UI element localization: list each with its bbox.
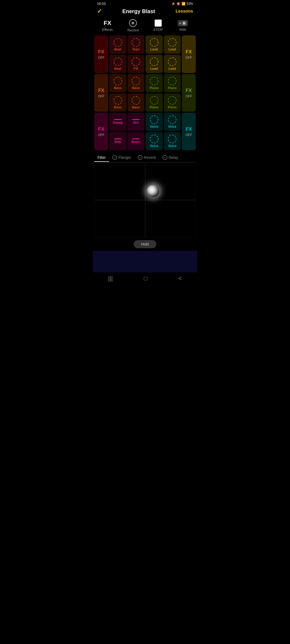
pad-bass-1-label: Bass bbox=[114, 86, 122, 90]
pad-brass[interactable]: Brass bbox=[128, 132, 145, 150]
battery: 53% bbox=[187, 2, 193, 6]
pad-lead-1-label: Lead bbox=[150, 47, 158, 51]
pads-row-1: FX OFF Beat Beat Tops Fill bbox=[94, 35, 196, 73]
pad-beat-top[interactable]: Beat bbox=[109, 35, 126, 54]
fx-right-1-label: FX bbox=[186, 49, 192, 55]
pad-voice-4[interactable]: Voice bbox=[164, 132, 181, 150]
pads-group-right-1: Lead Lead bbox=[164, 35, 181, 73]
pad-lead-2[interactable]: Lead bbox=[146, 55, 163, 73]
pad-piano-1-label: Piano bbox=[150, 86, 158, 90]
bluetooth-icon: ⚡ bbox=[171, 2, 175, 6]
pad-piano-4[interactable]: Piano bbox=[164, 93, 181, 112]
tab-flanger[interactable]: ◎ Flanger bbox=[109, 153, 134, 162]
pad-vox[interactable]: Vox bbox=[128, 113, 145, 131]
xy-dot[interactable] bbox=[147, 185, 159, 197]
fx-left-3-off: OFF bbox=[98, 133, 104, 137]
header: ✓ Energy Blast Lessons bbox=[93, 7, 197, 17]
fx-left-2-label: FX bbox=[98, 88, 104, 93]
pad-vox-line bbox=[132, 119, 140, 120]
pad-lead-1[interactable]: Lead bbox=[146, 35, 163, 54]
pad-lead-3[interactable]: Lead bbox=[164, 35, 181, 54]
fx-right-1-off: OFF bbox=[186, 56, 192, 60]
pad-bass-3[interactable]: Bass bbox=[128, 74, 145, 92]
nav-back-icon[interactable]: < bbox=[178, 275, 182, 282]
fx-right-3-off: OFF bbox=[186, 133, 192, 137]
page-title: Energy Blast bbox=[122, 8, 155, 14]
pad-piano-1[interactable]: Piano bbox=[146, 74, 163, 92]
nav-menu-icon[interactable]: ||| bbox=[108, 275, 113, 282]
side-label: Side bbox=[179, 27, 186, 31]
pads-row-3: FX OFF Sweep Stab Vox Brass bbox=[94, 113, 196, 150]
flanger-label: Flanger bbox=[118, 155, 131, 160]
pad-piano-3[interactable]: Piano bbox=[164, 74, 181, 92]
pad-voice-2-label: Voice bbox=[150, 144, 158, 148]
pads-group-left-3: Sweep Stab bbox=[109, 113, 126, 150]
pad-fill-label: Fill bbox=[134, 67, 138, 71]
fx-effects-button[interactable]: FX Effects bbox=[102, 20, 113, 32]
fx-cell-right-3[interactable]: FX OFF bbox=[182, 113, 196, 150]
pad-lead-1-circle bbox=[150, 38, 158, 47]
ab-toggle: A B bbox=[177, 20, 188, 26]
pad-piano-4-circle bbox=[168, 96, 176, 105]
fx-left-3-label: FX bbox=[98, 126, 104, 132]
fx-cell-right-1[interactable]: FX OFF bbox=[182, 35, 196, 73]
pad-lead-2-circle bbox=[150, 57, 158, 66]
pad-bass-2-label: Bass bbox=[114, 105, 122, 109]
pad-piano-4-label: Piano bbox=[168, 105, 177, 109]
pad-beat-bottom[interactable]: Beat bbox=[109, 55, 126, 73]
pad-piano-2-label: Piano bbox=[150, 105, 158, 109]
pad-voice-4-circle bbox=[168, 135, 176, 143]
pads-section: FX OFF Beat Beat Tops Fill bbox=[93, 35, 197, 150]
pads-row-2: FX OFF Bass Bass Bass Bass bbox=[94, 74, 196, 112]
pad-piano-2-circle bbox=[150, 96, 158, 105]
tab-filter[interactable]: Filter bbox=[94, 154, 109, 162]
pad-bass-2[interactable]: Bass bbox=[109, 93, 126, 112]
fx-left-2-off: OFF bbox=[98, 94, 104, 98]
fx-cell-left-2[interactable]: FX OFF bbox=[94, 74, 108, 112]
pad-lead-4[interactable]: Lead bbox=[164, 55, 181, 73]
tab-delay[interactable]: ◎ Delay bbox=[159, 153, 182, 162]
fx-right-2-label: FX bbox=[186, 88, 192, 93]
pad-brass-line bbox=[132, 138, 140, 140]
lessons-button[interactable]: Lessons bbox=[176, 9, 193, 14]
pad-piano-2[interactable]: Piano bbox=[146, 93, 163, 112]
pad-bass-3-circle bbox=[132, 77, 140, 85]
status-bar: 16:03 ⚡ 🔇 📶 53% bbox=[93, 0, 197, 7]
pad-bass-2-circle bbox=[114, 96, 122, 105]
pad-stab-line bbox=[114, 138, 122, 140]
pads-group-midright-3: Voice Voice bbox=[146, 113, 163, 150]
pad-bass-1[interactable]: Bass bbox=[109, 74, 126, 92]
pad-sweep-label: Sweep bbox=[113, 121, 123, 125]
nav-home-icon[interactable]: □ bbox=[144, 275, 147, 282]
fx-cell-left-3[interactable]: FX OFF bbox=[94, 113, 108, 150]
hold-button[interactable]: Hold bbox=[134, 240, 157, 248]
xy-pad[interactable] bbox=[94, 162, 196, 237]
stop-button[interactable]: STOP bbox=[153, 20, 163, 32]
pad-voice-3[interactable]: Voice bbox=[164, 113, 181, 131]
pad-stab[interactable]: Stab bbox=[109, 132, 126, 150]
stop-icon bbox=[155, 20, 162, 27]
pad-stab-label: Stab bbox=[114, 140, 121, 144]
pad-sweep[interactable]: Sweep bbox=[109, 113, 126, 131]
record-button[interactable]: Record bbox=[127, 19, 139, 32]
pad-piano-3-circle bbox=[168, 77, 176, 85]
pad-bass-3-label: Bass bbox=[132, 86, 140, 90]
back-chevron[interactable]: ✓ bbox=[97, 8, 102, 15]
pad-voice-2[interactable]: Voice bbox=[146, 132, 163, 150]
tab-reverb[interactable]: ◎ Reverb bbox=[135, 153, 159, 162]
pad-voice-1-label: Voice bbox=[150, 125, 158, 129]
pad-bass-4[interactable]: Bass bbox=[128, 93, 145, 112]
fx-right-3-label: FX bbox=[186, 126, 192, 132]
pad-voice-1[interactable]: Voice bbox=[146, 113, 163, 131]
pad-voice-4-label: Voice bbox=[168, 144, 176, 148]
fx-cell-right-2[interactable]: FX OFF bbox=[182, 74, 196, 112]
pad-fill[interactable]: Fill bbox=[128, 55, 145, 73]
fx-cell-left-1[interactable]: FX OFF bbox=[94, 35, 108, 73]
record-icon bbox=[129, 19, 137, 27]
fx-left-1-off: OFF bbox=[98, 56, 104, 60]
pads-group-left-1: Beat Beat bbox=[109, 35, 126, 73]
flanger-icon: ◎ bbox=[112, 155, 117, 160]
side-button[interactable]: A B Side bbox=[177, 20, 188, 31]
pad-beat-top-label: Beat bbox=[114, 47, 121, 51]
pad-tops[interactable]: Tops bbox=[128, 35, 145, 54]
